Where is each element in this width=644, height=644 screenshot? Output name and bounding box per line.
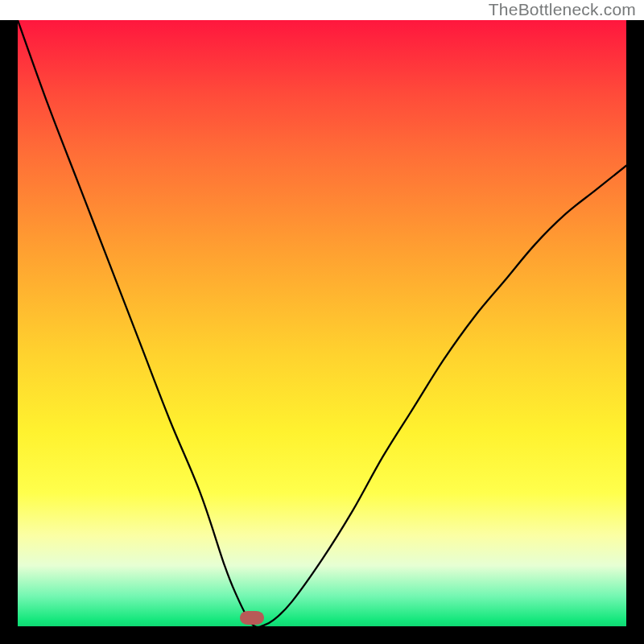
- plot-area: [18, 20, 626, 626]
- optimal-marker: [240, 611, 264, 625]
- chart-stage: TheBottleneck.com: [0, 0, 644, 644]
- curve-svg: [18, 20, 626, 626]
- watermark-text: TheBottleneck.com: [489, 0, 636, 19]
- outer-frame: [0, 20, 644, 644]
- bottleneck-curve-path: [18, 20, 626, 626]
